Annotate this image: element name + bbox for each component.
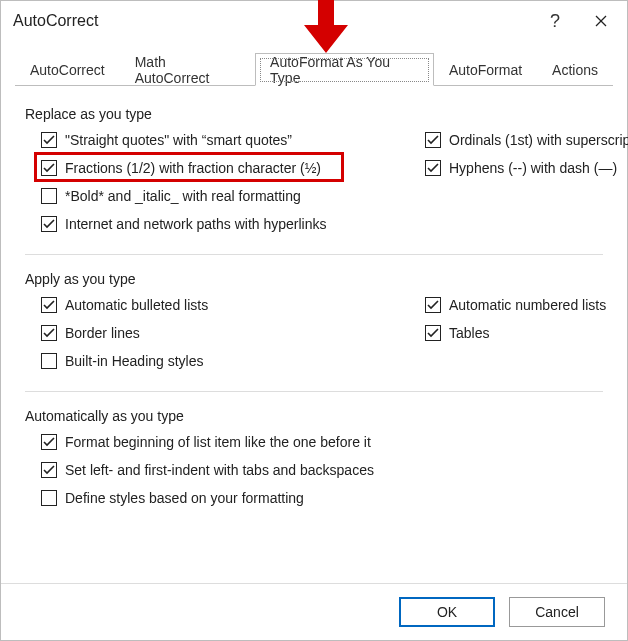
tab-autoformat[interactable]: AutoFormat xyxy=(434,53,537,86)
autocorrect-dialog: AutoCorrect ? AutoCorrect Math AutoCorre… xyxy=(0,0,628,641)
option-ordinals[interactable]: Ordinals (1st) with superscript xyxy=(425,126,628,154)
option-label: Set left- and first-indent with tabs and… xyxy=(65,462,374,478)
tab-panel: Replace as you type "Straight quotes" wi… xyxy=(1,86,627,512)
section-heading-replace: Replace as you type xyxy=(25,106,603,122)
section-heading-auto: Automatically as you type xyxy=(25,408,603,424)
option-set-indent[interactable]: Set left- and first-indent with tabs and… xyxy=(25,456,603,484)
tab-autocorrect[interactable]: AutoCorrect xyxy=(15,53,120,86)
replace-options: "Straight quotes" with “smart quotes” Fr… xyxy=(25,126,603,238)
checkbox-icon xyxy=(41,188,57,204)
close-button[interactable] xyxy=(581,6,621,36)
checkbox-icon xyxy=(41,297,57,313)
window-controls: ? xyxy=(535,6,621,36)
option-label: "Straight quotes" with “smart quotes” xyxy=(65,132,292,148)
option-define-styles[interactable]: Define styles based on your formatting xyxy=(25,484,603,512)
auto-options: Format beginning of list item like the o… xyxy=(25,428,603,512)
option-bold-italic[interactable]: *Bold* and _italic_ with real formatting xyxy=(25,182,425,210)
section-heading-apply: Apply as you type xyxy=(25,271,603,287)
help-button[interactable]: ? xyxy=(535,6,575,36)
option-label: Automatic bulleted lists xyxy=(65,297,208,313)
checkbox-icon xyxy=(425,325,441,341)
option-heading-styles[interactable]: Built-in Heading styles xyxy=(25,347,425,375)
option-bulleted-lists[interactable]: Automatic bulleted lists xyxy=(25,291,425,319)
ok-button[interactable]: OK xyxy=(399,597,495,627)
checkbox-icon xyxy=(41,160,57,176)
option-label: Border lines xyxy=(65,325,140,341)
separator xyxy=(25,391,603,392)
checkbox-icon xyxy=(41,132,57,148)
tabs: AutoCorrect Math AutoCorrect AutoFormat … xyxy=(15,51,613,86)
option-straight-quotes[interactable]: "Straight quotes" with “smart quotes” xyxy=(25,126,425,154)
checkbox-icon xyxy=(425,132,441,148)
option-label: Automatic numbered lists xyxy=(449,297,606,313)
titlebar: AutoCorrect ? xyxy=(1,1,627,41)
cancel-button[interactable]: Cancel xyxy=(509,597,605,627)
option-label: Define styles based on your formatting xyxy=(65,490,304,506)
option-label: Hyphens (--) with dash (—) xyxy=(449,160,617,176)
option-hyphens[interactable]: Hyphens (--) with dash (—) xyxy=(425,154,628,182)
dialog-title: AutoCorrect xyxy=(13,12,98,30)
option-label: Built-in Heading styles xyxy=(65,353,204,369)
option-fractions[interactable]: Fractions (1/2) with fraction character … xyxy=(25,154,425,182)
option-label: Fractions (1/2) with fraction character … xyxy=(65,160,321,176)
checkbox-icon xyxy=(41,325,57,341)
checkbox-icon xyxy=(41,216,57,232)
apply-options: Automatic bulleted lists Border lines Bu… xyxy=(25,291,603,375)
option-tables[interactable]: Tables xyxy=(425,319,606,347)
option-label: Ordinals (1st) with superscript xyxy=(449,132,628,148)
option-hyperlinks[interactable]: Internet and network paths with hyperlin… xyxy=(25,210,425,238)
checkbox-icon xyxy=(41,490,57,506)
checkbox-icon xyxy=(41,353,57,369)
checkbox-icon xyxy=(41,462,57,478)
option-format-list-item[interactable]: Format beginning of list item like the o… xyxy=(25,428,603,456)
option-numbered-lists[interactable]: Automatic numbered lists xyxy=(425,291,606,319)
tab-actions[interactable]: Actions xyxy=(537,53,613,86)
checkbox-icon xyxy=(41,434,57,450)
tab-autoformat-as-you-type[interactable]: AutoFormat As You Type xyxy=(255,53,434,86)
tab-math-autocorrect[interactable]: Math AutoCorrect xyxy=(120,53,255,86)
option-border-lines[interactable]: Border lines xyxy=(25,319,425,347)
option-label: *Bold* and _italic_ with real formatting xyxy=(65,188,301,204)
option-label: Internet and network paths with hyperlin… xyxy=(65,216,326,232)
button-bar: OK Cancel xyxy=(1,583,627,640)
option-label: Format beginning of list item like the o… xyxy=(65,434,371,450)
separator xyxy=(25,254,603,255)
checkbox-icon xyxy=(425,160,441,176)
checkbox-icon xyxy=(425,297,441,313)
close-icon xyxy=(595,15,607,27)
option-label: Tables xyxy=(449,325,489,341)
